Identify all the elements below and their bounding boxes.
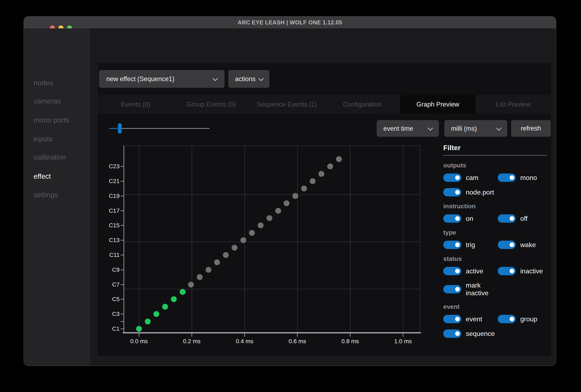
sidebar-item-inputs[interactable]: inputs xyxy=(34,135,52,143)
sidebar-item-effect[interactable]: effect xyxy=(34,172,51,180)
toggle-label: node.port xyxy=(466,188,494,196)
sidebar-item-cameras[interactable]: cameras xyxy=(34,97,61,105)
tab-configuration[interactable]: Configuration xyxy=(324,95,400,114)
tab-list-preview[interactable]: List Preview xyxy=(476,95,551,114)
slider-thumb[interactable] xyxy=(118,123,122,134)
toggle-label: wake xyxy=(520,241,536,249)
toggle-label: active xyxy=(466,267,483,275)
filter-section-label-type: type xyxy=(443,229,547,236)
filter-title: Filter xyxy=(443,144,547,152)
filter-option-on: on xyxy=(443,214,498,223)
filter-section-label-outputs: outputs xyxy=(443,162,547,169)
toggle-event[interactable] xyxy=(443,315,461,323)
toggle-knob xyxy=(510,216,514,221)
effect-select-value: new effect (Sequence1) xyxy=(106,75,174,83)
filter-row: onoff xyxy=(443,214,547,223)
toggle-knob xyxy=(455,175,460,180)
filter-row: cammono xyxy=(443,173,547,182)
chevron-down-icon xyxy=(428,125,433,130)
toggle-knob xyxy=(455,216,460,221)
toggle-label: trig xyxy=(466,241,475,249)
toggle-label: off xyxy=(520,215,528,222)
slider-track[interactable] xyxy=(109,128,210,129)
toggle-wake[interactable] xyxy=(498,241,516,249)
toggle-node-port[interactable] xyxy=(443,188,461,196)
toggle-knob xyxy=(510,175,514,180)
sidebar-item-mono-ports[interactable]: mono ports xyxy=(34,116,69,124)
toggle-knob xyxy=(455,331,460,336)
filter-row: node.port xyxy=(443,188,547,196)
toggle-label: inactive xyxy=(520,267,543,275)
toggle-mono[interactable] xyxy=(498,173,516,182)
filter-row: activeinactive xyxy=(443,267,547,275)
filter-option-wake: wake xyxy=(498,241,547,249)
sidebar-item-nodes[interactable]: nodes xyxy=(34,79,53,87)
toggle-knob xyxy=(510,269,514,273)
filter-option-group: group xyxy=(498,315,547,323)
toggle-on[interactable] xyxy=(443,214,461,223)
filter-option-sequence: sequence xyxy=(443,330,498,338)
toggle-group[interactable] xyxy=(498,315,516,323)
filter-option-active: active xyxy=(443,267,498,275)
toggle-knob xyxy=(455,317,460,321)
tab-events-0-[interactable]: Events (0) xyxy=(98,95,174,114)
toggle-cam[interactable] xyxy=(443,173,461,182)
toggle-knob xyxy=(455,269,460,273)
filter-panel: Filter outputscammononode.portinstructio… xyxy=(443,144,547,344)
filter-section-label-status: status xyxy=(443,255,547,262)
tab-strip: Events (0)Group Events (0)Sequence Event… xyxy=(98,95,551,114)
toggle-knob xyxy=(455,243,460,247)
tab-sequence-events-1-[interactable]: Sequence Events (1) xyxy=(249,95,324,114)
filter-row: eventgroup xyxy=(443,315,547,323)
toggle-inactive[interactable] xyxy=(498,267,516,275)
unit-select-value: milli (ms) xyxy=(451,125,477,132)
titlebar[interactable]: ARC EYE LEASH | WOLF ONE 1.12.05 xyxy=(24,16,556,28)
filter-option-cam: cam xyxy=(443,173,498,182)
toggle-label: event xyxy=(466,315,482,323)
app-window: ARC EYE LEASH | WOLF ONE 1.12.05 /dev/cu… xyxy=(24,16,556,366)
sidebar: nodescamerasmono portsinputscalibratione… xyxy=(24,28,90,366)
toggle-mark-inactive[interactable] xyxy=(443,285,461,293)
toggle-active[interactable] xyxy=(443,267,461,275)
unit-select[interactable]: milli (ms) xyxy=(444,120,507,137)
toggle-knob xyxy=(455,190,460,195)
filter-row: sequence xyxy=(443,330,547,338)
toggle-label: on xyxy=(466,215,473,222)
actions-select-label: actions xyxy=(235,75,256,83)
filter-option-inactive: inactive xyxy=(498,267,547,275)
window-title: ARC EYE LEASH | WOLF ONE 1.12.05 xyxy=(24,19,556,26)
toggle-label: sequence xyxy=(466,330,495,338)
toggle-trig[interactable] xyxy=(443,241,461,249)
chevron-down-icon xyxy=(212,76,218,81)
tab-group-events-0-[interactable]: Group Events (0) xyxy=(174,95,249,114)
filter-option-node-port: node.port xyxy=(443,188,498,196)
axis-mode-value: event time xyxy=(383,125,413,132)
effect-select[interactable]: new effect (Sequence1) xyxy=(99,70,224,88)
chevron-down-icon xyxy=(258,76,264,81)
axis-mode-select[interactable]: event time xyxy=(377,120,439,137)
toggle-off[interactable] xyxy=(498,214,516,223)
toggle-knob xyxy=(510,243,514,247)
tab-graph-preview[interactable]: Graph Preview xyxy=(400,95,476,114)
toggle-label: mark inactive xyxy=(466,282,498,297)
toggle-label: mono xyxy=(520,174,537,182)
filter-option-trig: trig xyxy=(443,241,498,249)
filter-option-mark-inactive: mark inactive xyxy=(443,282,498,297)
filter-section-label-event: event xyxy=(443,303,547,310)
actions-select[interactable]: actions xyxy=(228,70,270,88)
chevron-down-icon xyxy=(496,125,501,130)
zoom-slider[interactable] xyxy=(109,123,210,134)
filter-section-label-instruction: instruction xyxy=(443,203,547,210)
sidebar-item-settings[interactable]: settings xyxy=(34,191,58,199)
filter-row: mark inactive xyxy=(443,282,547,297)
toggle-label: cam xyxy=(466,174,478,182)
filter-row: trigwake xyxy=(443,241,547,249)
refresh-button[interactable]: refresh xyxy=(511,120,551,137)
filter-option-event: event xyxy=(443,315,498,323)
filter-option-off: off xyxy=(498,214,547,223)
toggle-knob xyxy=(455,287,460,292)
toggle-sequence[interactable] xyxy=(443,330,461,338)
toggle-label: group xyxy=(520,315,538,323)
sidebar-item-calibration[interactable]: calibration xyxy=(34,153,66,161)
toggle-knob xyxy=(510,317,514,321)
